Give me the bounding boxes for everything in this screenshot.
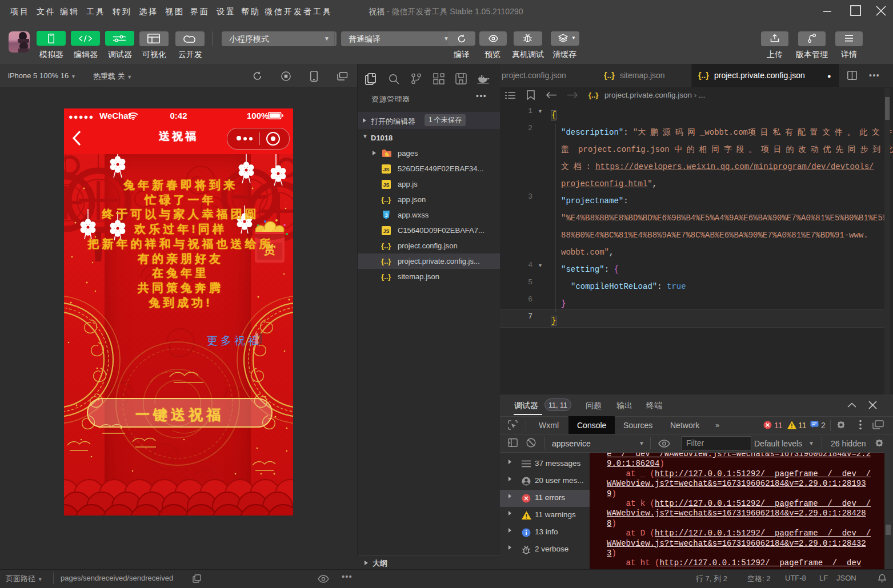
svg-text:JS: JS	[383, 228, 389, 234]
svg-text:3: 3	[385, 212, 388, 218]
svg-text:JS: JS	[383, 182, 389, 188]
svg-text:JS: JS	[383, 167, 389, 172]
